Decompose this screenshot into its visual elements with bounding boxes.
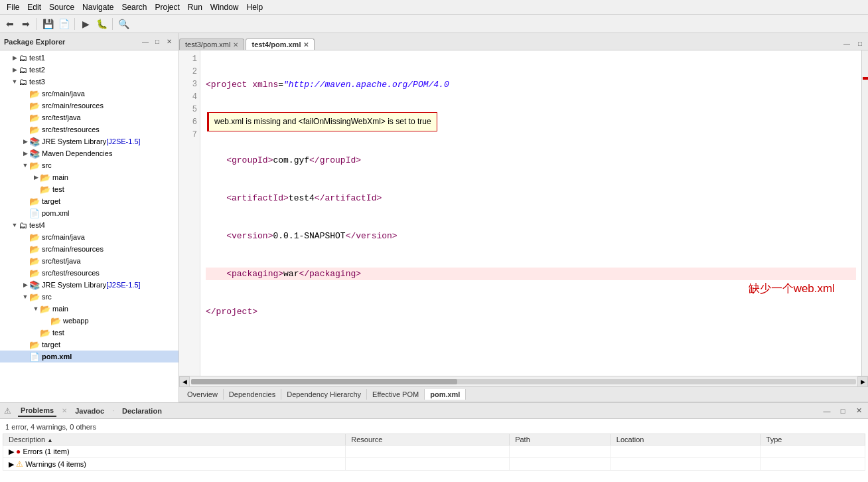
- menu-file[interactable]: File: [3, 1, 23, 13]
- tree-item-test4-src-main-res[interactable]: ▶ 📂 src/main/resources: [0, 243, 179, 255]
- tree-item-test1[interactable]: ▶ 🗂 test1: [0, 52, 179, 64]
- panel-minimize[interactable]: —: [140, 37, 151, 47]
- tree-item-test4-src-main-java[interactable]: ▶ 📂 src/main/java: [0, 231, 179, 243]
- tab-dependency-hierarchy[interactable]: Dependency Hierarchy: [281, 389, 367, 400]
- tree-item-test3-src[interactable]: ▼ 📂 src: [0, 159, 179, 171]
- toggle-test1[interactable]: ▶: [11, 54, 19, 62]
- col-resource[interactable]: Resource: [346, 434, 510, 445]
- editor-scrollbar[interactable]: [861, 50, 868, 376]
- tree-item-test3-src-main-res[interactable]: ▶ 📂 src/main/resources: [0, 100, 179, 112]
- tab-javadoc[interactable]: Javadoc: [72, 406, 107, 416]
- tree-item-test4-pom[interactable]: ▶ 📄 pom.xml: [0, 351, 179, 362]
- warning-group-cell[interactable]: ▶ ⚠ Warnings (4 items): [3, 458, 346, 471]
- panel-maximize[interactable]: □: [152, 37, 163, 47]
- toggle-test3-jre[interactable]: ▶: [21, 137, 29, 145]
- problems-minimize[interactable]: —: [822, 406, 832, 416]
- menu-search[interactable]: Search: [117, 1, 151, 13]
- editor-minimize[interactable]: —: [841, 38, 852, 48]
- toolbar-debug[interactable]: 🐛: [94, 17, 109, 31]
- tree-item-test3-maven[interactable]: ▶ 📚 Maven Dependencies: [0, 147, 179, 159]
- scroll-left[interactable]: ◀: [179, 376, 190, 387]
- tree-item-test4-webapp[interactable]: ▶ 📂 webapp: [0, 315, 179, 327]
- scroll-track[interactable]: [191, 379, 856, 384]
- toggle-test4-src[interactable]: ▼: [21, 293, 29, 301]
- tree-item-test4-src-test[interactable]: ▶ 📂 test: [0, 327, 179, 339]
- tab-pom-xml[interactable]: pom.xml: [425, 389, 466, 400]
- tree-item-test4[interactable]: ▼ 🗂 test4: [0, 219, 179, 231]
- menu-project[interactable]: Project: [151, 1, 183, 13]
- expand-warnings[interactable]: ▶: [9, 460, 16, 468]
- tree-item-test3[interactable]: ▼ 🗂 test3: [0, 76, 179, 88]
- toolbar-save[interactable]: 💾: [40, 17, 55, 31]
- col-description[interactable]: Description ▲: [3, 434, 346, 445]
- col-type[interactable]: Type: [760, 434, 865, 445]
- toggle-test3-src[interactable]: ▼: [21, 161, 29, 169]
- panel-close[interactable]: ✕: [164, 37, 175, 47]
- problems-maximize[interactable]: □: [837, 406, 848, 416]
- code-content[interactable]: <project xmlns="http://maven.apache.org/…: [200, 50, 861, 376]
- toolbar-search[interactable]: 🔍: [116, 17, 131, 31]
- tab-close-test3[interactable]: ✕: [233, 41, 238, 48]
- tab-close-test4[interactable]: ✕: [303, 41, 309, 48]
- toggle-test4-jre[interactable]: ▶: [21, 281, 29, 289]
- toolbar-forward[interactable]: ➡: [19, 17, 33, 31]
- toggle-test2[interactable]: ▶: [11, 66, 19, 74]
- tree-item-test4-src-test-res[interactable]: ▶ 📂 src/test/resources: [0, 267, 179, 279]
- toggle-test4-src-main[interactable]: ▼: [32, 305, 40, 313]
- editor-panel: test3/pom.xml ✕ test4/pom.xml ✕ — □: [179, 33, 868, 402]
- tree-item-test3-src-test-java[interactable]: ▶ 📂 src/test/java: [0, 112, 179, 123]
- tree-item-test4-target[interactable]: ▶ 📂 target: [0, 339, 179, 351]
- toolbar-back[interactable]: ⬅: [3, 17, 17, 31]
- folder-icon: 📂: [29, 101, 40, 111]
- tree-item-test3-src-main[interactable]: ▶ 📂 main: [0, 171, 179, 183]
- tree-item-test3-src-main-java[interactable]: ▶ 📂 src/main/java: [0, 88, 179, 100]
- menu-bar: File Edit Source Navigate Search Project…: [0, 0, 868, 15]
- tab-dependencies[interactable]: Dependencies: [224, 389, 281, 400]
- tree-item-test3-jre[interactable]: ▶ 📚 JRE System Library [J2SE-1.5]: [0, 135, 179, 147]
- tree-item-test2[interactable]: ▶ 🗂 test2: [0, 64, 179, 76]
- tab-test4-pom[interactable]: test4/pom.xml ✕: [246, 39, 315, 50]
- tree-item-test3-src-test-res[interactable]: ▶ 📂 src/test/resources: [0, 123, 179, 135]
- scroll-right[interactable]: ▶: [857, 376, 868, 387]
- tree-item-test4-jre[interactable]: ▶ 📚 JRE System Library [J2SE-1.5]: [0, 279, 179, 291]
- col-location[interactable]: Location: [611, 434, 760, 445]
- tree-item-test3-pom[interactable]: ▶ 📄 pom.xml: [0, 207, 179, 219]
- toggle[interactable]: ▶: [32, 173, 40, 181]
- problems-close[interactable]: ✕: [853, 406, 864, 416]
- menu-help[interactable]: Help: [243, 1, 267, 13]
- toolbar-new[interactable]: 📄: [56, 17, 71, 31]
- folder-icon: 🗂: [19, 53, 27, 63]
- tab-effective-pom[interactable]: Effective POM: [367, 389, 425, 400]
- col-path[interactable]: Path: [510, 434, 611, 445]
- code-area[interactable]: 1 2 3 4 5 6 7 <project xmlns="http://mav…: [179, 50, 861, 376]
- code-line-4: <artifactId>test4</artifactId>: [206, 192, 856, 204]
- line-num-1: 1: [179, 53, 197, 66]
- tab-problems[interactable]: Problems: [18, 405, 56, 417]
- error-group-cell[interactable]: ▶ ● Errors (1 item): [3, 445, 346, 458]
- tree-item-test3-src-test[interactable]: ▶ 📂 test: [0, 183, 179, 195]
- menu-window[interactable]: Window: [206, 1, 243, 13]
- editor-maximize[interactable]: □: [855, 38, 865, 48]
- toolbar-run[interactable]: ▶: [78, 17, 93, 31]
- problems-error-row[interactable]: ▶ ● Errors (1 item): [3, 445, 865, 458]
- error-location: [611, 445, 760, 458]
- expand-errors[interactable]: ▶: [9, 447, 16, 455]
- tab-declaration[interactable]: Declaration: [119, 406, 165, 416]
- tab-overview[interactable]: Overview: [182, 389, 224, 400]
- toggle-test3[interactable]: ▼: [11, 78, 19, 86]
- tree-item-test4-src-test-java[interactable]: ▶ 📂 src/test/java: [0, 255, 179, 267]
- menu-navigate[interactable]: Navigate: [78, 1, 117, 13]
- tree-label: target: [42, 197, 60, 205]
- menu-source[interactable]: Source: [45, 1, 78, 13]
- problems-warning-row[interactable]: ▶ ⚠ Warnings (4 items): [3, 458, 865, 471]
- toggle-test4[interactable]: ▼: [11, 221, 19, 229]
- tree-item-test4-src-main[interactable]: ▼ 📂 main: [0, 303, 179, 315]
- menu-edit[interactable]: Edit: [23, 1, 45, 13]
- tree-item-test4-src[interactable]: ▼ 📂 src: [0, 291, 179, 303]
- toggle-test3-maven[interactable]: ▶: [21, 149, 29, 157]
- tab-test3-pom[interactable]: test3/pom.xml ✕: [179, 39, 244, 50]
- line-num-4: 4: [179, 91, 197, 104]
- menu-run[interactable]: Run: [184, 1, 206, 13]
- tree-item-test3-target[interactable]: ▶ 📂 target: [0, 195, 179, 207]
- line-num-7: 7: [179, 129, 197, 141]
